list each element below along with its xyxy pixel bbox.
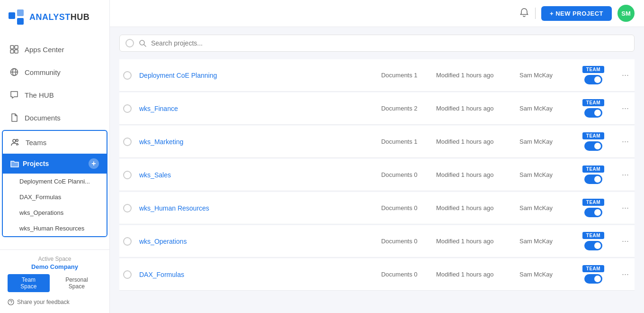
- list-item[interactable]: wks_Human Resources: [3, 221, 107, 236]
- svg-rect-0: [9, 12, 15, 19]
- toggle-switch[interactable]: [584, 75, 602, 84]
- toggle-switch[interactable]: [584, 141, 602, 151]
- divider: [535, 8, 536, 19]
- teams-section: Teams Projects + Deployment CoE Planni..…: [2, 130, 107, 237]
- table-row: Deployment CoE Planning Documents 1 Modi…: [119, 59, 635, 92]
- more-options-button[interactable]: ···: [620, 137, 631, 147]
- svg-point-11: [16, 139, 18, 141]
- team-badge: TEAM: [582, 265, 604, 272]
- docs-count: Documents 0: [381, 271, 429, 278]
- toggle-switch[interactable]: [584, 175, 602, 184]
- personal-space-button[interactable]: Personal Space: [52, 274, 102, 292]
- table-row: wks_Operations Documents 0 Modified 1 ho…: [119, 225, 635, 258]
- project-name[interactable]: wks_Marketing: [139, 138, 374, 146]
- toggle-switch[interactable]: [584, 108, 602, 118]
- docs-count: Documents 0: [381, 171, 429, 178]
- sidebar-item-apps-center[interactable]: Apps Center: [0, 38, 109, 61]
- sub-items: Deployment CoE Planni... DAX_Formulas wk…: [3, 174, 107, 236]
- sidebar-item-documents[interactable]: Documents: [0, 106, 109, 129]
- table-row: wks_Marketing Documents 1 Modified 1 hou…: [119, 126, 635, 158]
- user-avatar[interactable]: SM: [617, 5, 635, 22]
- projects-label: Projects: [23, 160, 85, 167]
- search-checkbox[interactable]: [125, 39, 134, 47]
- docs-count: Documents 2: [381, 105, 429, 112]
- sidebar-item-teams[interactable]: Teams: [3, 131, 107, 154]
- row-checkbox[interactable]: [123, 204, 132, 212]
- top-bar: + NEW PROJECT SM: [110, 0, 644, 27]
- team-space-button[interactable]: Team Space: [8, 274, 50, 292]
- toggle-switch[interactable]: [584, 208, 602, 217]
- docs-count: Documents 1: [381, 138, 429, 145]
- logo-text: ANALYSTHUB: [29, 12, 89, 22]
- list-item[interactable]: wks_Operations: [3, 205, 107, 221]
- team-badge-area: TEAM: [574, 232, 612, 250]
- row-checkbox[interactable]: [123, 171, 132, 179]
- svg-point-13: [10, 304, 11, 304]
- row-checkbox[interactable]: [123, 237, 132, 246]
- owner-name: Sam McKay: [519, 171, 567, 178]
- docs-count: Documents 1: [381, 72, 429, 79]
- modified-time: Modified 1 hours ago: [436, 171, 512, 178]
- sidebar-item-community[interactable]: Community: [0, 61, 109, 83]
- team-badge-area: TEAM: [574, 166, 612, 184]
- sidebar-item-label: Community: [25, 68, 61, 76]
- owner-name: Sam McKay: [519, 204, 567, 212]
- feedback-text: Share your feedback: [17, 299, 70, 305]
- list-item[interactable]: Deployment CoE Planni...: [3, 174, 107, 189]
- project-name[interactable]: wks_Human Resources: [139, 204, 374, 212]
- table-row: wks_Human Resources Documents 0 Modified…: [119, 192, 635, 224]
- team-badge: TEAM: [582, 232, 604, 239]
- team-badge: TEAM: [582, 199, 604, 206]
- sidebar-item-the-hub[interactable]: The HUB: [0, 83, 109, 106]
- team-badge: TEAM: [582, 132, 604, 139]
- modified-time: Modified 1 hours ago: [436, 72, 512, 79]
- projects-row[interactable]: Projects +: [3, 154, 107, 174]
- svg-point-10: [13, 139, 16, 142]
- project-name[interactable]: DAX_Formulas: [139, 271, 374, 278]
- team-badge: TEAM: [582, 66, 604, 73]
- chat-icon: [9, 90, 19, 100]
- list-item[interactable]: DAX_Formulas: [3, 189, 107, 205]
- feedback-link[interactable]: Share your feedback: [8, 297, 102, 307]
- more-options-button[interactable]: ···: [620, 170, 631, 180]
- more-options-button[interactable]: ···: [620, 70, 631, 80]
- demo-company-link[interactable]: Demo Company: [8, 263, 102, 270]
- modified-time: Modified 1 hours ago: [436, 138, 512, 145]
- sidebar-item-label: Documents: [25, 114, 61, 122]
- new-project-button[interactable]: + NEW PROJECT: [541, 6, 612, 21]
- add-project-button[interactable]: +: [89, 158, 99, 169]
- project-name[interactable]: wks_Sales: [139, 171, 374, 179]
- active-space-label: Active Space: [8, 256, 102, 262]
- project-name[interactable]: wks_Finance: [139, 105, 374, 112]
- more-options-button[interactable]: ···: [620, 236, 631, 246]
- row-checkbox[interactable]: [123, 71, 132, 80]
- team-badge: TEAM: [582, 99, 604, 106]
- more-options-button[interactable]: ···: [620, 203, 631, 213]
- notification-icon[interactable]: [519, 7, 529, 20]
- row-checkbox[interactable]: [123, 104, 132, 113]
- project-name[interactable]: wks_Operations: [139, 238, 374, 245]
- svg-rect-2: [17, 18, 24, 25]
- more-options-button[interactable]: ···: [620, 103, 631, 113]
- logo-icon: [8, 9, 25, 26]
- toggle-switch[interactable]: [584, 241, 602, 250]
- project-rows: Deployment CoE Planning Documents 1 Modi…: [119, 59, 635, 291]
- modified-time: Modified 1 hours ago: [436, 271, 512, 278]
- owner-name: Sam McKay: [519, 138, 567, 145]
- svg-rect-5: [10, 50, 14, 53]
- row-checkbox[interactable]: [123, 270, 132, 279]
- toggle-switch[interactable]: [584, 274, 602, 284]
- team-badge-area: TEAM: [574, 66, 612, 84]
- team-badge: TEAM: [582, 166, 604, 173]
- owner-name: Sam McKay: [519, 72, 567, 79]
- team-badge-area: TEAM: [574, 132, 612, 151]
- logo-area[interactable]: ANALYSTHUB: [0, 0, 109, 34]
- modified-time: Modified 1 hours ago: [436, 238, 512, 245]
- grid-icon: [9, 45, 19, 54]
- more-options-button[interactable]: ···: [620, 269, 631, 279]
- sidebar: ANALYSTHUB Apps Center: [0, 0, 110, 313]
- search-input[interactable]: [151, 39, 628, 47]
- globe-icon: [9, 67, 19, 77]
- row-checkbox[interactable]: [123, 138, 132, 146]
- project-name[interactable]: Deployment CoE Planning: [139, 72, 374, 79]
